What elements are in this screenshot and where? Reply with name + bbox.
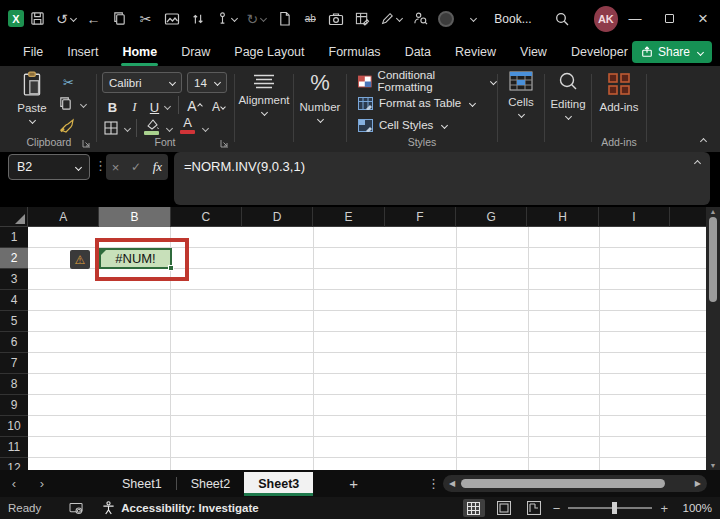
fill-color-button[interactable] [144,118,160,135]
qat-overflow-chevron-icon[interactable] [464,7,480,31]
sheet-tab-sheet1[interactable]: Sheet1 [108,472,176,496]
redo-icon[interactable]: ↻ [247,7,267,31]
table-edit-icon[interactable] [354,7,370,31]
editing-button[interactable]: Editing [546,71,590,119]
close-button[interactable]: × [686,0,720,37]
row-header-4[interactable]: 4 [0,290,28,311]
column-header-d[interactable]: D [242,207,313,227]
tab-developer[interactable]: Developer [560,40,639,64]
row-header-10[interactable]: 10 [0,416,28,437]
column-header-b[interactable]: B [99,207,170,227]
borders-button[interactable] [103,120,119,136]
column-header-i[interactable]: I [599,207,670,227]
row-header-5[interactable]: 5 [0,311,28,332]
column-header-c[interactable]: C [171,207,242,227]
tab-view[interactable]: View [509,40,558,64]
scroll-right-arrow-icon[interactable]: ▶ [695,479,701,488]
chevron-down-icon[interactable] [124,125,131,132]
row-header-2[interactable]: 2 [0,248,28,269]
addins-button[interactable]: Add-ins [593,72,645,113]
row-header-6[interactable]: 6 [0,332,28,353]
cut-icon[interactable]: ✂ [138,7,154,31]
clipboard-dialog-launcher-icon[interactable] [82,139,91,148]
zoom-in-button[interactable]: + [660,501,668,516]
next-sheet-button[interactable]: › [28,476,56,491]
cut-button[interactable]: ✂ [60,72,77,92]
tab-file[interactable]: File [12,40,54,64]
conditional-formatting-button[interactable]: Conditional Formatting [348,70,496,92]
zoom-slider-thumb[interactable] [612,502,617,514]
increase-font-size-button[interactable]: A [186,96,203,116]
error-warning-button[interactable]: ⚠ [70,250,90,269]
scroll-up-arrow-icon[interactable]: ▲ [706,208,720,215]
bold-button[interactable]: B [104,97,121,117]
sheet-tab-sheet3[interactable]: Sheet3 [244,472,313,496]
formula-bar-collapse-button[interactable] [694,160,701,167]
strikethrough-icon[interactable]: ab [302,7,318,31]
zoom-level[interactable]: 100% [676,502,712,514]
prev-sheet-button[interactable]: ‹ [0,476,28,491]
share-button[interactable]: Share [632,41,712,63]
chevron-down-icon[interactable] [164,103,171,110]
zoom-out-button[interactable]: − [553,501,561,516]
row-header-9[interactable]: 9 [0,395,28,416]
chevron-down-icon[interactable] [202,125,209,132]
macro-record-button[interactable] [69,502,84,515]
back-arrow-icon[interactable]: ← [86,7,102,31]
paste-picture-icon[interactable] [164,7,180,31]
record-icon[interactable] [438,7,454,31]
accessibility-status-label[interactable]: Accessibility: Investigate [121,502,258,514]
tab-draw[interactable]: Draw [170,40,221,64]
underline-button[interactable]: U [146,97,163,117]
new-sheet-button[interactable]: + [349,475,358,492]
tab-page-layout[interactable]: Page Layout [223,40,315,64]
vertical-scrollbar[interactable]: ▲ ▼ [706,207,720,470]
sheet-tab-menu-button[interactable]: ⋮ [427,476,440,491]
refresh-sort-icon[interactable] [190,7,206,31]
confirm-entry-button[interactable]: ✓ [131,160,141,174]
scroll-down-arrow-icon[interactable]: ▼ [706,462,720,469]
cell-styles-button[interactable]: Cell Styles [348,114,496,136]
font-size-select[interactable]: 14 [187,72,227,93]
page-layout-view-button[interactable] [493,499,515,517]
scroll-left-arrow-icon[interactable]: ◀ [449,479,455,488]
maximize-button[interactable] [652,0,686,37]
column-header-h[interactable]: H [527,207,598,227]
format-as-table-button[interactable]: Format as Table [348,92,496,114]
account-avatar[interactable]: AK [594,6,618,32]
vertical-scroll-thumb[interactable] [709,217,717,302]
tab-insert[interactable]: Insert [56,40,109,64]
normal-view-button[interactable] [463,499,485,517]
copy-icon[interactable] [112,7,128,31]
sheet-tab-sheet2[interactable]: Sheet2 [177,472,245,496]
select-all-corner[interactable] [0,207,28,227]
chevron-down-icon[interactable] [80,101,87,108]
copy-button[interactable] [58,96,73,111]
font-color-button[interactable]: A [180,117,195,134]
italic-button[interactable]: I [126,97,143,117]
row-header-1[interactable]: 1 [0,227,28,248]
minimize-button[interactable]: — [618,0,652,37]
cancel-entry-button[interactable]: × [112,160,120,175]
column-header-partial[interactable] [670,207,706,227]
formula-input[interactable]: =NORM.INV(9,0.3,1) [174,152,710,205]
row-header-12[interactable]: 12 [0,458,28,470]
row-header-7[interactable]: 7 [0,353,28,374]
column-header-f[interactable]: F [385,207,456,227]
zoom-slider[interactable] [568,507,652,509]
undo-icon[interactable]: ↺ [56,7,76,31]
horizontal-scrollbar[interactable]: ◀ ▶ [443,475,707,492]
new-file-icon[interactable] [276,7,292,31]
decrease-font-size-button[interactable]: A [210,97,227,117]
column-header-a[interactable]: A [28,207,99,227]
page-break-preview-button[interactable] [523,499,545,517]
insert-function-button[interactable]: fx [153,159,162,175]
font-dialog-launcher-icon[interactable] [220,139,229,148]
paste-button[interactable]: Paste [10,71,54,123]
tab-formulas[interactable]: Formulas [318,40,392,64]
draw-pen-icon[interactable] [380,7,402,31]
cells-button[interactable]: Cells [499,71,543,117]
column-header-g[interactable]: G [456,207,527,227]
row-header-3[interactable]: 3 [0,269,28,290]
tab-data[interactable]: Data [394,40,442,64]
